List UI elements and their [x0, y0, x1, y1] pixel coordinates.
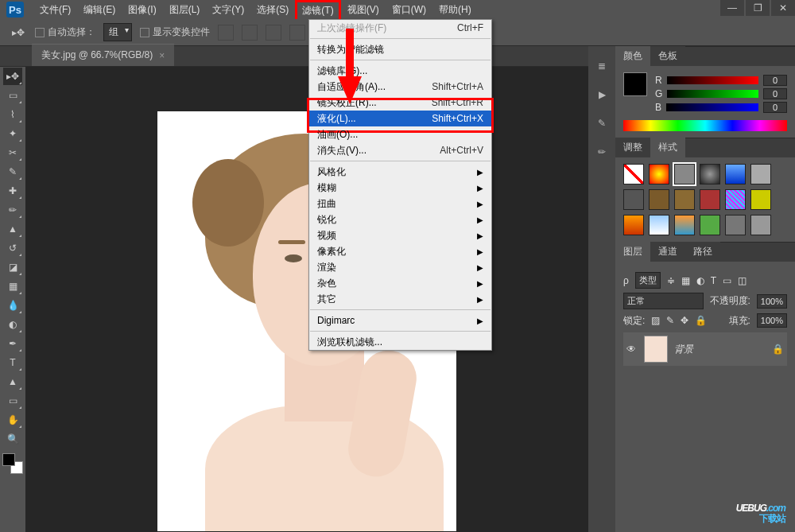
style-swatch[interactable]	[649, 164, 669, 184]
dodge-tool[interactable]: ◐	[3, 316, 22, 333]
align-icon-2[interactable]	[242, 25, 258, 41]
layer-row-background[interactable]: 👁 背景 🔒	[623, 332, 787, 366]
lock-position-icon[interactable]: ✥	[681, 315, 688, 326]
gradient-tool[interactable]: ▦	[3, 278, 22, 295]
menu-type[interactable]: 文字(Y)	[206, 0, 250, 20]
lock-transparency-icon[interactable]: ▨	[651, 315, 660, 326]
style-swatch[interactable]	[649, 189, 669, 210]
style-swatch[interactable]	[649, 215, 669, 235]
menu-filter[interactable]: 滤镜(T)	[295, 0, 340, 19]
filter-pixel-icon[interactable]: ▦	[681, 275, 690, 286]
visibility-icon[interactable]: 👁	[626, 344, 638, 355]
menu-adaptive-wide-angle[interactable]: 自适应广角(A)...Shift+Ctrl+A	[309, 79, 491, 95]
style-swatch[interactable]	[674, 189, 695, 210]
color-spectrum[interactable]	[623, 120, 787, 131]
menu-window[interactable]: 窗口(W)	[386, 0, 432, 20]
tab-channels[interactable]: 通道	[650, 242, 685, 262]
shape-tool[interactable]: ▭	[3, 392, 22, 410]
marquee-tool[interactable]: ▭	[3, 87, 22, 104]
menu-liquify[interactable]: 液化(L)...Shift+Ctrl+X	[309, 111, 491, 126]
layer-thumbnail[interactable]	[644, 336, 668, 363]
crop-tool[interactable]: ✂	[3, 144, 22, 161]
r-slider[interactable]	[667, 76, 758, 84]
lasso-tool[interactable]: ⌇	[3, 106, 22, 123]
menu-vanishing-point[interactable]: 消失点(V)...Alt+Ctrl+V	[309, 142, 491, 158]
menu-help[interactable]: 帮助(H)	[432, 0, 478, 20]
style-swatch[interactable]	[725, 164, 746, 184]
filter-adjust-icon[interactable]: ◐	[696, 275, 704, 286]
eraser-tool[interactable]: ◪	[3, 258, 22, 276]
document-tab[interactable]: 美女.jpg @ 66.7%(RGB/8) ×	[32, 44, 174, 66]
menu-render[interactable]: 渲染▶	[309, 259, 491, 275]
clone-stamp-tool[interactable]: ▲	[3, 220, 22, 238]
menu-pixelate[interactable]: 像素化▶	[309, 243, 491, 259]
b-value[interactable]: 0	[763, 102, 787, 113]
color-swatch[interactable]	[623, 72, 647, 96]
style-swatch[interactable]	[700, 189, 720, 210]
r-value[interactable]: 0	[763, 75, 787, 86]
menu-layer[interactable]: 图层(L)	[163, 0, 207, 20]
tab-adjust[interactable]: 调整	[615, 138, 650, 157]
foreground-background-colors[interactable]	[2, 453, 23, 474]
menu-convert-smart-filter[interactable]: 转换为智能滤镜	[309, 41, 491, 57]
type-tool[interactable]: T	[3, 354, 22, 371]
path-selection-tool[interactable]: ▲	[3, 373, 22, 390]
actions-panel-icon[interactable]: ▶	[593, 86, 611, 103]
tab-layers[interactable]: 图层	[615, 242, 650, 262]
maximize-button[interactable]: ❐	[746, 0, 770, 16]
healing-brush-tool[interactable]: ✚	[3, 182, 22, 200]
magic-wand-tool[interactable]: ✦	[3, 125, 22, 142]
eyedropper-tool[interactable]: ✎	[3, 163, 22, 181]
style-swatch[interactable]	[700, 164, 720, 184]
tab-styles[interactable]: 样式	[650, 138, 685, 157]
lock-all-icon[interactable]: 🔒	[695, 315, 707, 326]
style-swatch[interactable]	[725, 189, 746, 210]
history-panel-icon[interactable]: ≣	[593, 57, 611, 75]
menu-blur[interactable]: 模糊▶	[309, 180, 491, 196]
menu-oil-paint[interactable]: 油画(O)...	[309, 126, 491, 142]
menu-select[interactable]: 选择(S)	[250, 0, 295, 20]
align-icon[interactable]	[218, 25, 234, 41]
opacity-field[interactable]: 100%	[757, 294, 787, 309]
style-swatch[interactable]	[750, 189, 771, 210]
filter-shape-icon[interactable]: ▭	[723, 275, 731, 286]
fill-field[interactable]: 100%	[757, 313, 787, 328]
style-swatch[interactable]	[750, 164, 771, 184]
auto-select-checkbox[interactable]: 自动选择：	[35, 25, 95, 39]
menu-lens-correction[interactable]: 镜头校正(R)...Shift+Ctrl+R	[309, 95, 491, 111]
menu-edit[interactable]: 编辑(E)	[77, 0, 122, 20]
zoom-tool[interactable]: 🔍	[3, 430, 22, 448]
menu-filter-gallery[interactable]: 滤镜库(G)...	[309, 63, 491, 79]
filter-type-icon[interactable]: T	[711, 275, 716, 286]
brush-tool[interactable]: ✏	[3, 201, 22, 219]
menu-sharpen[interactable]: 锐化▶	[309, 212, 491, 227]
pen-tool[interactable]: ✒	[3, 335, 22, 352]
hand-tool[interactable]: ✋	[3, 411, 22, 429]
menu-view[interactable]: 视图(V)	[341, 0, 386, 20]
menu-other[interactable]: 其它▶	[309, 291, 491, 307]
tab-paths[interactable]: 路径	[685, 242, 720, 262]
style-swatch[interactable]	[623, 215, 644, 235]
menu-browse-online[interactable]: 浏览联机滤镜...	[309, 334, 491, 350]
tab-close-icon[interactable]: ×	[159, 50, 165, 61]
lock-pixels-icon[interactable]: ✎	[666, 315, 674, 326]
close-button[interactable]: ✕	[771, 0, 795, 16]
layer-filter-kind[interactable]: 类型	[635, 272, 661, 289]
g-value[interactable]: 0	[763, 88, 787, 99]
show-transform-checkbox[interactable]: 显示变换控件	[140, 25, 210, 39]
b-slider[interactable]	[666, 103, 758, 111]
auto-select-dropdown[interactable]: 组	[103, 23, 132, 41]
g-slider[interactable]	[667, 90, 758, 98]
align-icon-3[interactable]	[266, 25, 281, 41]
menu-file[interactable]: 文件(F)	[33, 0, 77, 20]
style-swatch[interactable]	[623, 189, 644, 210]
style-swatch[interactable]	[700, 215, 720, 235]
blend-mode-select[interactable]: 正常	[623, 293, 704, 309]
style-swatch[interactable]	[674, 215, 695, 235]
style-swatch[interactable]	[674, 164, 695, 184]
minimize-button[interactable]: —	[720, 0, 744, 16]
menu-distort[interactable]: 扭曲▶	[309, 196, 491, 212]
menu-noise[interactable]: 杂色▶	[309, 275, 491, 291]
style-swatch[interactable]	[725, 215, 746, 235]
style-swatch[interactable]	[750, 215, 771, 235]
